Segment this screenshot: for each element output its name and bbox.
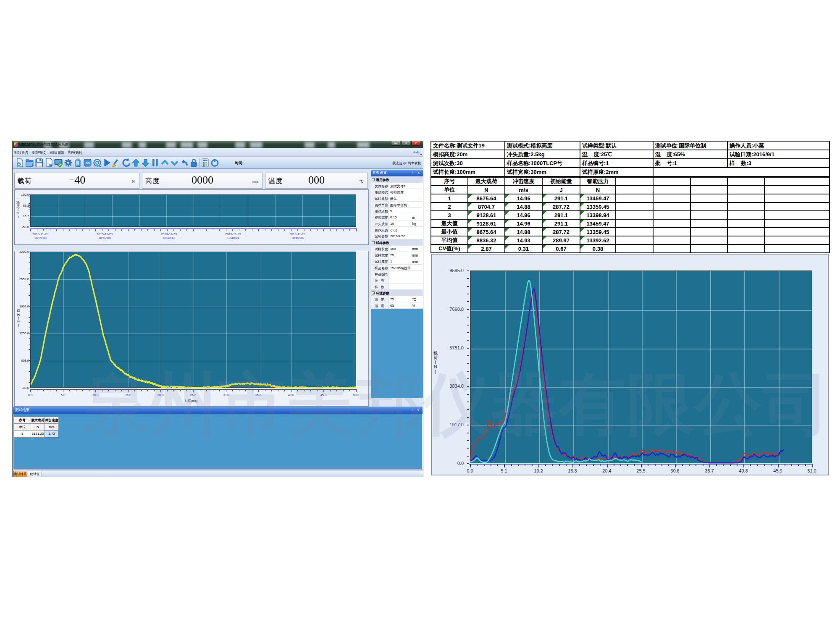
svg-text:88: 88 — [85, 161, 89, 165]
